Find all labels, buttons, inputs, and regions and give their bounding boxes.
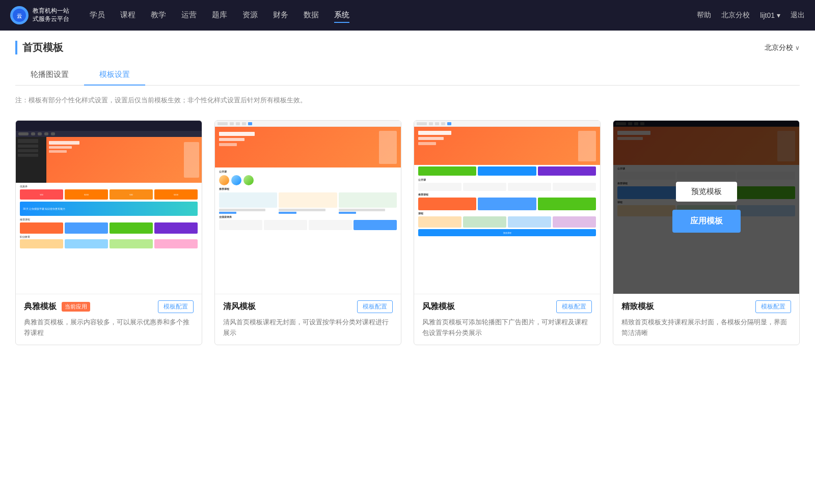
template-preview-1: 优惠券 ¥30 ¥200 ¥30 ¥200 30天 让你摆脱平庸 知识使你更有魅… — [16, 121, 202, 294]
config-button-3[interactable]: 模板配置 — [556, 300, 592, 313]
nav-help[interactable]: 帮助 — [697, 11, 711, 20]
template-overlay-4: 预览模板 应用模板 — [613, 121, 799, 294]
chevron-down-icon: ∨ — [795, 44, 800, 51]
logo: 云 教育机构一站 式服务云平台 — [10, 6, 69, 24]
template-preview-3: 公开课 推荐课程 课程 — [414, 121, 600, 294]
svg-text:云: 云 — [17, 13, 22, 19]
template-desc-3: 风雅首页模板可添加轮播图下广告图片，可对课程及课程包设置学科分类展示 — [422, 317, 592, 339]
template-name-row-1: 典雅模板 当前应用 模板配置 — [24, 300, 194, 313]
nav-item-resources[interactable]: 资源 — [242, 8, 258, 23]
template-name-3: 风雅模板 — [422, 301, 455, 312]
apply-button-4[interactable]: 应用模板 — [672, 210, 741, 233]
nav-logout[interactable]: 退出 — [791, 11, 805, 20]
template-preview-2: 公开课 推荐课程 — [215, 121, 401, 294]
logo-text: 教育机构一站 式服务云平台 — [33, 7, 69, 23]
main-content: 首页模板 北京分校 ∨ 轮播图设置 模板设置 注：模板有部分个性化样式设置，设置… — [0, 31, 815, 504]
preview-button-4[interactable]: 预览模板 — [676, 182, 737, 202]
template-footer-1: 典雅模板 当前应用 模板配置 典雅首页模板，展示内容较多，可以展示优惠券和多个推… — [16, 294, 202, 345]
nav-bar: 云 教育机构一站 式服务云平台 学员 课程 教学 运营 题库 资源 财务 数据 … — [0, 0, 815, 31]
template-name-row-3: 风雅模板 模板配置 — [422, 300, 592, 313]
nav-item-courses[interactable]: 课程 — [120, 8, 135, 23]
school-selector[interactable]: 北京分校 ∨ — [765, 43, 800, 52]
template-name-4: 精致模板 — [621, 301, 654, 312]
template-name-1: 典雅模板 — [24, 301, 57, 312]
template-footer-3: 风雅模板 模板配置 风雅首页模板可添加轮播图下广告图片，可对课程及课程包设置学科… — [414, 294, 600, 345]
nav-school[interactable]: 北京分校 — [721, 11, 750, 20]
tab-carousel[interactable]: 轮播图设置 — [15, 65, 84, 86]
template-footer-2: 清风模板 模板配置 清风首页模板课程无封面，可设置按学科分类对课程进行展示 — [215, 294, 401, 345]
tab-template[interactable]: 模板设置 — [84, 65, 145, 86]
nav-item-students[interactable]: 学员 — [90, 8, 105, 23]
config-button-4[interactable]: 模板配置 — [755, 300, 791, 313]
template-name-row-2: 清风模板 模板配置 — [223, 300, 393, 313]
nav-item-questions[interactable]: 题库 — [212, 8, 227, 23]
user-dropdown-icon: ▾ — [777, 11, 780, 19]
nav-user[interactable]: lijt01 ▾ — [760, 11, 780, 19]
template-desc-4: 精致首页模板支持课程展示封面，各模板分隔明显，界面简洁清晰 — [621, 317, 791, 339]
template-card-4: 公开课 推荐课程 课程 — [613, 120, 800, 345]
nav-item-system[interactable]: 系统 — [334, 8, 349, 23]
note-text: 注：模板有部分个性化样式设置，设置后仅当前模板生效；非个性化样式设置后针对所有模… — [15, 96, 800, 105]
template-card-2: 公开课 推荐课程 — [214, 120, 401, 345]
school-selector-label: 北京分校 — [765, 43, 793, 52]
template-desc-1: 典雅首页模板，展示内容较多，可以展示优惠券和多个推荐课程 — [24, 317, 194, 339]
templates-grid: 优惠券 ¥30 ¥200 ¥30 ¥200 30天 让你摆脱平庸 知识使你更有魅… — [15, 120, 800, 345]
nav-right: 帮助 北京分校 lijt01 ▾ 退出 — [697, 11, 805, 20]
template-preview-4: 公开课 推荐课程 课程 — [613, 121, 799, 294]
page-title: 首页模板 — [15, 41, 63, 54]
template-card-1: 优惠券 ¥30 ¥200 ¥30 ¥200 30天 让你摆脱平庸 知识使你更有魅… — [15, 120, 202, 345]
template-desc-2: 清风首页模板课程无封面，可设置按学科分类对课程进行展示 — [223, 317, 393, 339]
nav-item-teaching[interactable]: 教学 — [151, 8, 166, 23]
template-name-2: 清风模板 — [223, 301, 256, 312]
template-name-row-4: 精致模板 模板配置 — [621, 300, 791, 313]
nav-item-finance[interactable]: 财务 — [273, 8, 288, 23]
nav-menu: 学员 课程 教学 运营 题库 资源 财务 数据 系统 — [90, 8, 697, 23]
template-card-3: 公开课 推荐课程 课程 — [414, 120, 601, 345]
config-button-2[interactable]: 模板配置 — [357, 300, 393, 313]
page-header: 首页模板 北京分校 ∨ — [15, 41, 800, 54]
config-button-1[interactable]: 模板配置 — [158, 300, 194, 313]
tabs: 轮播图设置 模板设置 — [15, 65, 800, 86]
logo-icon: 云 — [10, 6, 29, 24]
current-badge-1: 当前应用 — [62, 302, 90, 312]
nav-item-operations[interactable]: 运营 — [181, 8, 197, 23]
nav-item-data[interactable]: 数据 — [304, 8, 319, 23]
template-footer-4: 精致模板 模板配置 精致首页模板支持课程展示封面，各模板分隔明显，界面简洁清晰 — [613, 294, 799, 345]
